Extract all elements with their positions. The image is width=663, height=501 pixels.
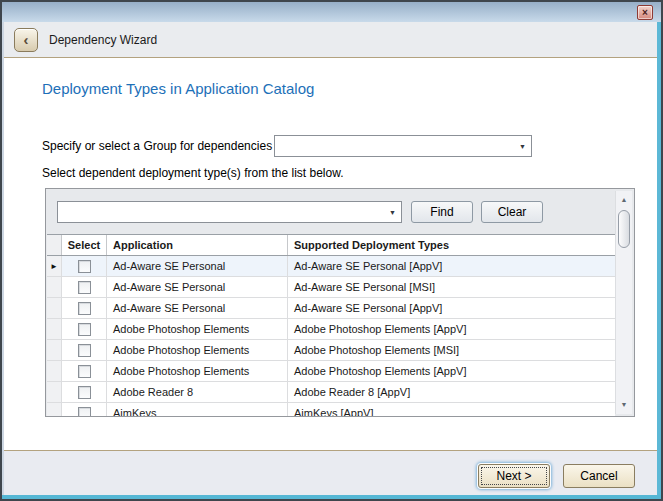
select-cell [62, 403, 107, 417]
group-input[interactable] [275, 136, 513, 156]
wizard-title: Dependency Wizard [49, 33, 157, 47]
deployment-list-panel: ▼ Find Clear Select Application Supporte… [45, 188, 635, 417]
row-checkbox[interactable] [78, 281, 91, 294]
deployment-type-cell: Adobe Photoshop Elements [AppV] [288, 361, 615, 381]
window-border-right [657, 22, 661, 499]
vertical-scrollbar[interactable]: ▲ ▼ [615, 191, 632, 414]
list-label: Select dependent deployment type(s) from… [42, 166, 344, 180]
select-cell [62, 256, 107, 276]
application-cell: Ad-Aware SE Personal [107, 298, 288, 318]
group-label: Specify or select a Group for dependenci… [42, 139, 272, 153]
current-row-icon: ► [50, 262, 58, 271]
application-cell: Adobe Photoshop Elements [107, 319, 288, 339]
table-row[interactable]: Ad-Aware SE Personal Ad-Aware SE Persona… [47, 277, 615, 298]
row-indicator-cell [47, 382, 62, 402]
table-row[interactable]: AimKeys AimKeys [AppV] [47, 403, 615, 417]
window-border-bottom [2, 495, 661, 499]
deployment-type-cell: Ad-Aware SE Personal [AppV] [288, 298, 615, 318]
select-cell [62, 382, 107, 402]
table-row[interactable]: Adobe Reader 8 Adobe Reader 8 [AppV] [47, 382, 615, 403]
row-checkbox[interactable] [78, 323, 91, 336]
select-cell [62, 361, 107, 381]
deployment-type-cell: Ad-Aware SE Personal [MSI] [288, 277, 615, 297]
scroll-down-icon[interactable]: ▼ [616, 397, 632, 413]
close-icon: × [642, 7, 648, 18]
column-header-application[interactable]: Application [107, 235, 288, 255]
row-indicator-header-cell [47, 235, 62, 255]
select-cell [62, 340, 107, 360]
row-indicator-cell [47, 403, 62, 417]
row-checkbox[interactable] [78, 260, 91, 273]
application-cell: Adobe Photoshop Elements [107, 361, 288, 381]
table-row[interactable]: Adobe Photoshop Elements Adobe Photoshop… [47, 340, 615, 361]
row-checkbox[interactable] [78, 365, 91, 378]
column-header-select[interactable]: Select [62, 235, 107, 255]
find-button[interactable]: Find [411, 201, 473, 223]
select-cell [62, 319, 107, 339]
row-checkbox[interactable] [78, 407, 91, 418]
table-row[interactable]: Adobe Photoshop Elements Adobe Photoshop… [47, 361, 615, 382]
deployment-type-cell: Adobe Photoshop Elements [MSI] [288, 340, 615, 360]
row-indicator-cell [47, 361, 62, 381]
wizard-header: ‹ Dependency Wizard [2, 22, 661, 58]
scrollbar-thumb[interactable] [618, 210, 630, 248]
deployment-type-cell: Ad-Aware SE Personal [AppV] [288, 256, 615, 276]
application-cell: Adobe Reader 8 [107, 382, 288, 402]
clear-button[interactable]: Clear [481, 201, 543, 223]
row-checkbox[interactable] [78, 344, 91, 357]
application-cell: Ad-Aware SE Personal [107, 256, 288, 276]
application-cell: Ad-Aware SE Personal [107, 277, 288, 297]
table-row[interactable]: Ad-Aware SE Personal Ad-Aware SE Persona… [47, 298, 615, 319]
deployment-type-cell: AimKeys [AppV] [288, 403, 615, 417]
select-cell [62, 277, 107, 297]
row-indicator-cell [47, 340, 62, 360]
select-cell [62, 298, 107, 318]
cancel-button[interactable]: Cancel [563, 464, 635, 488]
back-button[interactable]: ‹ [14, 28, 38, 52]
chevron-down-icon[interactable]: ▼ [519, 143, 526, 150]
row-indicator-cell: ► [47, 256, 62, 276]
row-checkbox[interactable] [78, 302, 91, 315]
search-input[interactable] [58, 202, 383, 222]
row-indicator-cell [47, 319, 62, 339]
application-cell: Adobe Photoshop Elements [107, 340, 288, 360]
table-row[interactable]: Adobe Photoshop Elements Adobe Photoshop… [47, 319, 615, 340]
row-indicator-cell [47, 298, 62, 318]
column-header-types[interactable]: Supported Deployment Types [288, 235, 615, 255]
group-combobox[interactable]: ▼ [274, 135, 532, 157]
window-border-left [2, 22, 4, 499]
chevron-down-icon[interactable]: ▼ [389, 209, 396, 216]
next-button[interactable]: Next > [478, 464, 550, 488]
scroll-up-icon[interactable]: ▲ [616, 192, 632, 208]
row-checkbox[interactable] [78, 386, 91, 399]
deployment-type-cell: Adobe Reader 8 [AppV] [288, 382, 615, 402]
titlebar: × [2, 2, 661, 22]
page-title: Deployment Types in Application Catalog [42, 80, 314, 97]
table-row[interactable]: ► Ad-Aware SE Personal Ad-Aware SE Perso… [47, 256, 615, 277]
deployment-table: Select Application Supported Deployment … [47, 234, 615, 417]
search-combobox[interactable]: ▼ [57, 201, 402, 223]
table-header-row: Select Application Supported Deployment … [47, 235, 615, 256]
footer: Next > Cancel [2, 450, 661, 495]
close-button[interactable]: × [637, 5, 653, 20]
dependency-wizard-window: × ‹ Dependency Wizard Deployment Types i… [0, 0, 663, 501]
deployment-type-cell: Adobe Photoshop Elements [AppV] [288, 319, 615, 339]
row-indicator-cell [47, 277, 62, 297]
application-cell: AimKeys [107, 403, 288, 417]
back-icon: ‹ [24, 31, 29, 48]
